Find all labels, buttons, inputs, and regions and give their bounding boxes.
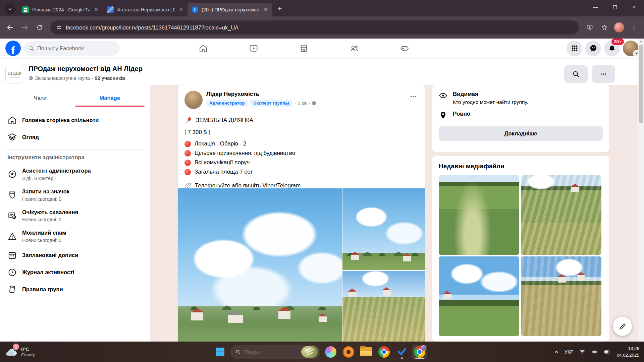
group-name[interactable]: ПРОдаж нерухомості від АН Лідер xyxy=(29,65,143,73)
messenger-button[interactable] xyxy=(585,41,601,56)
group-more-button[interactable] xyxy=(592,65,615,83)
taskbar-chrome[interactable] xyxy=(377,345,391,359)
browser-tab-facebook-active[interactable]: f (20+) ПРОдаж нерухомості від ✕ xyxy=(187,3,272,16)
tab-search-button[interactable] xyxy=(5,4,15,14)
media-photo-1[interactable] xyxy=(439,175,519,255)
search-input[interactable] xyxy=(37,45,108,52)
taskbar-file-explorer[interactable] xyxy=(359,345,374,359)
sidebar-item-possible-spam[interactable]: Можливий спам Нових сьогодні: 0 xyxy=(5,226,145,247)
house xyxy=(571,187,579,192)
sidebar-item-sub: Нових сьогодні: 0 xyxy=(22,238,66,243)
location-row: Ровно xyxy=(439,111,603,120)
groups-tab[interactable] xyxy=(347,42,361,55)
sidebar-item-group-rules[interactable]: Правила групи xyxy=(5,281,145,298)
marketplace-tab[interactable] xyxy=(297,42,311,55)
paperclip-icon xyxy=(184,182,192,189)
post-author-avatar[interactable] xyxy=(184,91,203,109)
sidebar-item-pending-approval[interactable]: Очікують схвалення Нових сьогодні: 0 xyxy=(5,205,145,226)
install-icon xyxy=(586,24,593,31)
about-card: Видимая Кто угодно может найти группу. Р… xyxy=(432,85,609,153)
taskbar-copilot[interactable] xyxy=(323,345,338,359)
battery-icon[interactable] xyxy=(604,349,611,355)
facebook-logo[interactable]: f xyxy=(5,41,21,56)
post-photo-3[interactable] xyxy=(342,271,425,342)
globe-icon xyxy=(312,101,316,106)
address-bar[interactable]: facebook.com/groups/lider.rv/posts/11361… xyxy=(50,20,579,35)
sidebar-item-community-home[interactable]: Головна сторінка спільноти xyxy=(5,112,145,129)
post-time[interactable]: · 1 хв · xyxy=(294,101,317,106)
post-header: Лідер Нерухомість Администратор Эксперт … xyxy=(178,85,425,109)
sidebar-item-admin-assist[interactable]: Асистент адміністратора 3 дії, 3 критері… xyxy=(5,164,145,185)
post-body: ЗЕМЕЛЬНА ДІЛЯНКА [ 7 300 $ ] Локація - О… xyxy=(178,109,425,198)
sidebar-item-label: Запити на значок xyxy=(22,188,69,195)
post-more-button[interactable] xyxy=(407,90,420,103)
group-logo[interactable]: ЛІДЕР xyxy=(5,65,24,83)
tab-chats[interactable]: Чати xyxy=(5,90,75,106)
scrollbar-thumb[interactable] xyxy=(639,45,643,123)
browser-tab-sheets[interactable]: Реклама 2024 - Google Таблиці ✕ xyxy=(18,3,103,16)
weather-widget[interactable]: 1 0°C Cloudy xyxy=(5,346,35,357)
browser-tab-agency[interactable]: Агентство Нерухомості | 09751 ✕ xyxy=(103,3,187,16)
close-icon[interactable]: ✕ xyxy=(178,7,184,13)
home-tab[interactable] xyxy=(197,42,210,55)
taskbar-clock[interactable]: 13:26 04.02.2025 xyxy=(616,345,639,358)
close-window-button[interactable]: ✕ xyxy=(625,0,644,14)
tab-manage[interactable]: Manage xyxy=(75,90,145,106)
page-scrollbar[interactable] xyxy=(638,39,644,342)
close-icon[interactable]: ✕ xyxy=(93,7,99,13)
post-photo-2[interactable] xyxy=(342,188,425,270)
close-icon[interactable]: ✕ xyxy=(263,7,269,13)
media-photo-3[interactable] xyxy=(439,256,519,336)
volume-icon[interactable] xyxy=(591,349,598,355)
running-indicator xyxy=(401,357,403,359)
maximize-button[interactable] xyxy=(605,0,625,14)
contact-line: Телефонуйте або пишіть Viber/Telegram xyxy=(184,182,418,189)
post-photo-main[interactable] xyxy=(178,188,342,342)
sidebar-item-overview[interactable]: Огляд xyxy=(5,129,145,146)
bookmark-button[interactable] xyxy=(598,21,611,34)
weather-condition: Cloudy xyxy=(21,352,35,357)
compose-floating-button[interactable] xyxy=(613,317,632,336)
taskbar-chrome-active[interactable] xyxy=(412,345,427,359)
menu-button[interactable] xyxy=(567,41,582,56)
language-indicator[interactable]: УКР xyxy=(565,349,573,355)
media-photo-2[interactable] xyxy=(521,175,601,255)
facebook-search[interactable] xyxy=(24,41,120,56)
taskbar-app-orange[interactable] xyxy=(341,345,356,359)
wifi-icon[interactable] xyxy=(579,349,586,355)
media-photo-4[interactable] xyxy=(521,256,601,336)
minimize-button[interactable]: — xyxy=(586,0,605,14)
taskbar-todo-app[interactable] xyxy=(394,345,409,359)
divider xyxy=(5,149,145,149)
install-app-button[interactable] xyxy=(583,21,596,34)
sidebar-item-scheduled-posts[interactable]: Заплановані дописи xyxy=(5,247,145,264)
gaming-tab[interactable] xyxy=(398,42,411,55)
house xyxy=(191,312,203,320)
scroll-up-arrow-icon[interactable] xyxy=(638,39,644,44)
post-card: Лідер Нерухомість Администратор Эксперт … xyxy=(178,85,425,342)
post-author-name[interactable]: Лідер Нерухомість xyxy=(206,91,316,98)
sidebar-item-label: Очікують схвалення xyxy=(22,209,78,216)
watch-tab[interactable] xyxy=(247,42,260,55)
back-button[interactable] xyxy=(3,21,17,34)
admin-assist-icon xyxy=(7,169,17,179)
sidebar-item-label: Огляд xyxy=(22,134,39,141)
search-icon xyxy=(235,349,241,355)
post-price: [ 7 300 $ ] xyxy=(184,129,210,136)
account-button[interactable] xyxy=(623,41,639,56)
new-tab-button[interactable]: + xyxy=(275,4,285,14)
taskbar-search[interactable] xyxy=(230,345,320,359)
house xyxy=(383,290,391,296)
notifications-button[interactable]: 20+ xyxy=(604,41,620,56)
browser-menu-button[interactable] xyxy=(627,21,641,34)
sidebar-item-badge-requests[interactable]: Запити на значок Нових сьогодні: 0 xyxy=(5,185,145,205)
forward-button[interactable] xyxy=(18,21,32,34)
tray-chevron-up-icon[interactable] xyxy=(554,350,559,354)
start-button[interactable] xyxy=(213,345,227,359)
sidebar-item-activity-log[interactable]: Журнал активності xyxy=(5,264,145,281)
browser-profile-button[interactable] xyxy=(612,21,626,34)
reload-button[interactable] xyxy=(33,21,46,34)
more-details-button[interactable]: Докладніше xyxy=(439,126,603,141)
taskbar-search-input[interactable] xyxy=(244,349,298,355)
group-search-button[interactable] xyxy=(564,65,588,83)
